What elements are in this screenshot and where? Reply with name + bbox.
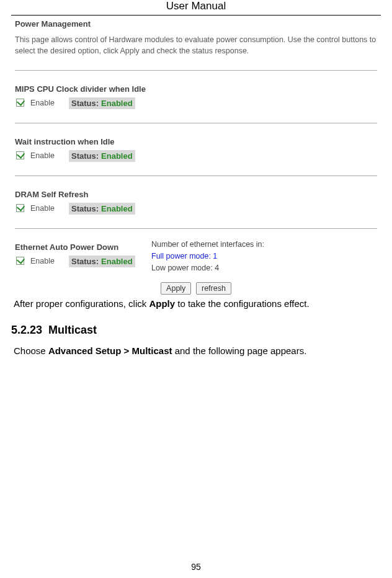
post-config-text: After proper configurations, click Apply… bbox=[14, 297, 378, 310]
section-number: 5.2.23 bbox=[11, 324, 42, 337]
apply-bold: Apply bbox=[149, 298, 175, 309]
mips-row: Enable Status: Enabled bbox=[15, 97, 377, 109]
wait-row: Enable Status: Enabled bbox=[15, 150, 377, 162]
eth-low-power-mode: Low power mode: 4 bbox=[151, 262, 264, 274]
dram-section-label: DRAM Self Refresh bbox=[15, 190, 377, 199]
mips-section-label: MIPS CPU Clock divider when Idle bbox=[15, 84, 377, 94]
nav-path: Advanced Setup > Multicast bbox=[48, 345, 172, 356]
power-management-panel: Power Management This page allows contro… bbox=[12, 17, 380, 295]
mips-status-badge: Status: Enabled bbox=[69, 97, 135, 109]
dram-status-badge: Status: Enabled bbox=[69, 203, 135, 215]
status-value: Enabled bbox=[101, 257, 133, 266]
text-segment: After proper configurations, click bbox=[14, 298, 149, 309]
page-number: 95 bbox=[0, 562, 392, 572]
eth-enable-checkbox[interactable] bbox=[16, 257, 24, 265]
section-heading: 5.2.23Multicast bbox=[11, 324, 381, 337]
divider bbox=[15, 123, 377, 123]
eth-enable-label: Enable bbox=[30, 256, 63, 265]
mips-enable-checkbox[interactable] bbox=[16, 99, 24, 107]
dram-row: Enable Status: Enabled bbox=[15, 203, 377, 215]
eth-section-label: Ethernet Auto Power Down bbox=[15, 242, 145, 252]
pm-title: Power Management bbox=[15, 19, 377, 29]
wait-enable-checkbox[interactable] bbox=[16, 151, 24, 159]
eth-row: Ethernet Auto Power Down Enable Status: … bbox=[15, 242, 377, 273]
status-label: Status: bbox=[71, 99, 99, 108]
divider bbox=[15, 228, 377, 229]
status-value: Enabled bbox=[101, 204, 133, 213]
eth-full-power-mode: Full power mode: 1 bbox=[151, 251, 264, 262]
mips-enable-label: Enable bbox=[30, 97, 63, 107]
dram-enable-checkbox[interactable] bbox=[16, 204, 24, 212]
status-label: Status: bbox=[71, 204, 99, 213]
text-segment: Choose bbox=[14, 345, 48, 356]
text-segment: and the following page appears. bbox=[172, 345, 307, 356]
status-value: Enabled bbox=[101, 99, 133, 108]
status-value: Enabled bbox=[101, 151, 133, 161]
status-label: Status: bbox=[71, 257, 99, 266]
eth-status-badge: Status: Enabled bbox=[69, 256, 135, 267]
eth-info-block: Number of ethernet interfaces in: Full p… bbox=[151, 239, 264, 273]
doc-header-title: User Manual bbox=[0, 0, 392, 15]
apply-button[interactable]: Apply bbox=[161, 282, 191, 295]
multicast-instruction: Choose Advanced Setup > Multicast and th… bbox=[14, 344, 378, 357]
section-title: Multicast bbox=[48, 324, 97, 336]
eth-info-heading: Number of ethernet interfaces in: bbox=[151, 239, 264, 251]
divider bbox=[15, 70, 377, 71]
wait-status-badge: Status: Enabled bbox=[69, 150, 135, 162]
divider bbox=[15, 176, 377, 176]
header-rule bbox=[11, 15, 381, 16]
wait-section-label: Wait instruction when Idle bbox=[15, 137, 377, 146]
status-label: Status: bbox=[71, 151, 99, 161]
refresh-button[interactable]: refresh bbox=[196, 282, 231, 295]
text-segment: to take the configurations effect. bbox=[175, 298, 310, 309]
dram-enable-label: Enable bbox=[30, 203, 63, 213]
button-row: Apply refresh bbox=[15, 282, 377, 295]
pm-description: This page allows control of Hardware mod… bbox=[15, 35, 377, 56]
wait-enable-label: Enable bbox=[30, 150, 63, 160]
